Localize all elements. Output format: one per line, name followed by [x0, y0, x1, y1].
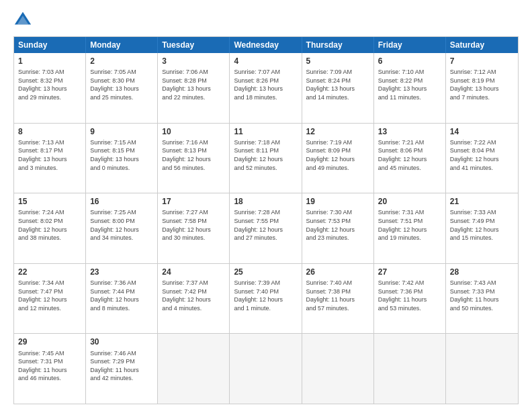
day-info: Sunrise: 7:07 AM Sunset: 8:26 PM Dayligh…	[234, 68, 297, 101]
calendar-cell	[302, 334, 374, 404]
calendar-cell: 20Sunrise: 7:31 AM Sunset: 7:51 PM Dayli…	[374, 193, 446, 263]
day-number: 2	[90, 56, 153, 66]
day-info: Sunrise: 7:39 AM Sunset: 7:40 PM Dayligh…	[234, 279, 297, 312]
day-info: Sunrise: 7:18 AM Sunset: 8:11 PM Dayligh…	[234, 138, 297, 172]
calendar-cell: 14Sunrise: 7:22 AM Sunset: 8:04 PM Dayli…	[446, 124, 518, 193]
day-info: Sunrise: 7:34 AM Sunset: 7:47 PM Dayligh…	[18, 279, 81, 312]
day-info: Sunrise: 7:25 AM Sunset: 8:00 PM Dayligh…	[90, 208, 153, 242]
calendar-row: 1Sunrise: 7:03 AM Sunset: 8:32 PM Daylig…	[14, 53, 518, 123]
calendar-cell: 24Sunrise: 7:37 AM Sunset: 7:42 PM Dayli…	[158, 264, 230, 334]
calendar-cell: 16Sunrise: 7:25 AM Sunset: 8:00 PM Dayli…	[86, 193, 158, 263]
calendar-cell: 5Sunrise: 7:09 AM Sunset: 8:24 PM Daylig…	[302, 53, 374, 123]
calendar-cell: 1Sunrise: 7:03 AM Sunset: 8:32 PM Daylig…	[14, 53, 86, 123]
weekday-header: Thursday	[302, 37, 374, 53]
day-info: Sunrise: 7:30 AM Sunset: 7:53 PM Dayligh…	[306, 208, 369, 242]
header	[13, 11, 519, 30]
weekday-header: Sunday	[14, 37, 86, 53]
day-info: Sunrise: 7:05 AM Sunset: 8:30 PM Dayligh…	[90, 68, 153, 101]
day-number: 16	[90, 196, 153, 207]
calendar-cell	[158, 334, 230, 404]
day-number: 8	[18, 126, 81, 137]
day-info: Sunrise: 7:28 AM Sunset: 7:55 PM Dayligh…	[234, 208, 297, 242]
day-info: Sunrise: 7:37 AM Sunset: 7:42 PM Dayligh…	[162, 279, 225, 312]
day-info: Sunrise: 7:12 AM Sunset: 8:19 PM Dayligh…	[450, 68, 514, 101]
weekday-header: Saturday	[446, 37, 518, 53]
calendar-cell: 8Sunrise: 7:13 AM Sunset: 8:17 PM Daylig…	[14, 124, 86, 193]
day-number: 10	[162, 126, 225, 137]
day-number: 27	[378, 267, 441, 277]
day-number: 30	[90, 336, 153, 347]
calendar-cell: 9Sunrise: 7:15 AM Sunset: 8:15 PM Daylig…	[86, 124, 158, 193]
calendar-cell: 26Sunrise: 7:40 AM Sunset: 7:38 PM Dayli…	[302, 264, 374, 334]
weekday-header: Tuesday	[158, 37, 230, 53]
day-number: 5	[306, 56, 369, 66]
calendar-cell: 7Sunrise: 7:12 AM Sunset: 8:19 PM Daylig…	[446, 53, 518, 123]
calendar-cell: 18Sunrise: 7:28 AM Sunset: 7:55 PM Dayli…	[230, 193, 302, 263]
day-info: Sunrise: 7:16 AM Sunset: 8:13 PM Dayligh…	[162, 138, 225, 172]
day-info: Sunrise: 7:36 AM Sunset: 7:44 PM Dayligh…	[90, 279, 153, 312]
day-number: 29	[18, 336, 81, 347]
calendar-cell	[230, 334, 302, 404]
day-number: 15	[18, 196, 81, 207]
day-number: 17	[162, 196, 225, 207]
calendar-cell: 29Sunrise: 7:45 AM Sunset: 7:31 PM Dayli…	[14, 334, 86, 404]
logo	[13, 11, 35, 30]
calendar-row: 8Sunrise: 7:13 AM Sunset: 8:17 PM Daylig…	[14, 123, 518, 193]
logo-icon	[13, 11, 32, 30]
day-info: Sunrise: 7:13 AM Sunset: 8:17 PM Dayligh…	[18, 138, 81, 172]
day-info: Sunrise: 7:19 AM Sunset: 8:09 PM Dayligh…	[306, 138, 369, 172]
day-info: Sunrise: 7:31 AM Sunset: 7:51 PM Dayligh…	[378, 208, 441, 242]
day-info: Sunrise: 7:45 AM Sunset: 7:31 PM Dayligh…	[18, 349, 81, 383]
day-info: Sunrise: 7:27 AM Sunset: 7:58 PM Dayligh…	[162, 208, 225, 242]
calendar-cell: 2Sunrise: 7:05 AM Sunset: 8:30 PM Daylig…	[86, 53, 158, 123]
calendar-cell	[374, 334, 446, 404]
day-info: Sunrise: 7:42 AM Sunset: 7:36 PM Dayligh…	[378, 279, 441, 312]
calendar-cell: 11Sunrise: 7:18 AM Sunset: 8:11 PM Dayli…	[230, 124, 302, 193]
calendar-cell: 28Sunrise: 7:43 AM Sunset: 7:33 PM Dayli…	[446, 264, 518, 334]
day-number: 3	[162, 56, 225, 66]
calendar-cell: 30Sunrise: 7:46 AM Sunset: 7:29 PM Dayli…	[86, 334, 158, 404]
day-info: Sunrise: 7:40 AM Sunset: 7:38 PM Dayligh…	[306, 279, 369, 312]
weekday-header: Friday	[374, 37, 446, 53]
calendar-cell: 23Sunrise: 7:36 AM Sunset: 7:44 PM Dayli…	[86, 264, 158, 334]
calendar-row: 29Sunrise: 7:45 AM Sunset: 7:31 PM Dayli…	[14, 333, 518, 404]
day-info: Sunrise: 7:09 AM Sunset: 8:24 PM Dayligh…	[306, 68, 369, 101]
weekday-header: Wednesday	[230, 37, 302, 53]
calendar-cell: 15Sunrise: 7:24 AM Sunset: 8:02 PM Dayli…	[14, 193, 86, 263]
day-number: 13	[378, 126, 441, 137]
day-number: 9	[90, 126, 153, 137]
day-number: 19	[306, 196, 369, 207]
calendar-row: 15Sunrise: 7:24 AM Sunset: 8:02 PM Dayli…	[14, 193, 518, 263]
calendar-cell: 25Sunrise: 7:39 AM Sunset: 7:40 PM Dayli…	[230, 264, 302, 334]
day-info: Sunrise: 7:22 AM Sunset: 8:04 PM Dayligh…	[450, 138, 514, 172]
day-number: 1	[18, 56, 81, 66]
day-number: 18	[234, 196, 297, 207]
day-number: 23	[90, 267, 153, 277]
day-info: Sunrise: 7:10 AM Sunset: 8:22 PM Dayligh…	[378, 68, 441, 101]
calendar-cell: 12Sunrise: 7:19 AM Sunset: 8:09 PM Dayli…	[302, 124, 374, 193]
calendar-row: 22Sunrise: 7:34 AM Sunset: 7:47 PM Dayli…	[14, 263, 518, 334]
weekday-header: Monday	[86, 37, 158, 53]
day-info: Sunrise: 7:06 AM Sunset: 8:28 PM Dayligh…	[162, 68, 225, 101]
calendar-header: SundayMondayTuesdayWednesdayThursdayFrid…	[14, 37, 518, 53]
day-info: Sunrise: 7:03 AM Sunset: 8:32 PM Dayligh…	[18, 68, 81, 101]
day-info: Sunrise: 7:46 AM Sunset: 7:29 PM Dayligh…	[90, 349, 153, 383]
day-info: Sunrise: 7:43 AM Sunset: 7:33 PM Dayligh…	[450, 279, 514, 312]
calendar-cell: 10Sunrise: 7:16 AM Sunset: 8:13 PM Dayli…	[158, 124, 230, 193]
day-number: 26	[306, 267, 369, 277]
day-info: Sunrise: 7:15 AM Sunset: 8:15 PM Dayligh…	[90, 138, 153, 172]
day-number: 4	[234, 56, 297, 66]
calendar-cell: 21Sunrise: 7:33 AM Sunset: 7:49 PM Dayli…	[446, 193, 518, 263]
calendar-cell: 22Sunrise: 7:34 AM Sunset: 7:47 PM Dayli…	[14, 264, 86, 334]
calendar-cell: 17Sunrise: 7:27 AM Sunset: 7:58 PM Dayli…	[158, 193, 230, 263]
day-info: Sunrise: 7:24 AM Sunset: 8:02 PM Dayligh…	[18, 208, 81, 242]
day-number: 22	[18, 267, 81, 277]
calendar-cell: 19Sunrise: 7:30 AM Sunset: 7:53 PM Dayli…	[302, 193, 374, 263]
calendar-cell: 13Sunrise: 7:21 AM Sunset: 8:06 PM Dayli…	[374, 124, 446, 193]
day-number: 21	[450, 196, 514, 207]
calendar: SundayMondayTuesdayWednesdayThursdayFrid…	[13, 36, 519, 404]
page: SundayMondayTuesdayWednesdayThursdayFrid…	[0, 0, 532, 411]
calendar-cell	[446, 334, 518, 404]
calendar-cell: 6Sunrise: 7:10 AM Sunset: 8:22 PM Daylig…	[374, 53, 446, 123]
day-number: 25	[234, 267, 297, 277]
